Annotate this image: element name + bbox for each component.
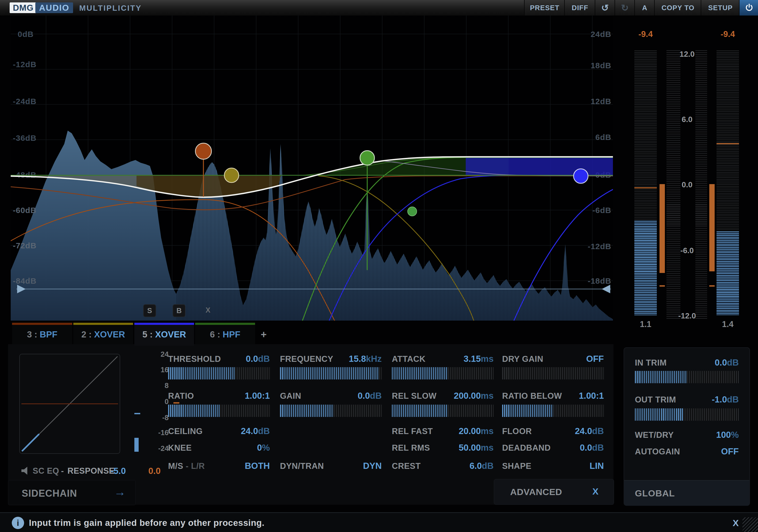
advanced-close-button[interactable]: X xyxy=(494,486,599,497)
sidechain-label: SIDECHAIN xyxy=(22,488,77,499)
wet-dry-value[interactable]: 100% xyxy=(635,430,739,440)
meter-scale-6: 6.0 xyxy=(668,115,706,124)
floor-value[interactable]: 24.0dB xyxy=(502,426,604,436)
redo-icon[interactable]: ↻ xyxy=(614,0,635,16)
band-controls-panel: 24 16 8 0 -8 -16 -24 SC EQ - RESPONSE -5… xyxy=(8,344,613,505)
ratio-below-slider[interactable] xyxy=(502,405,604,417)
audio-logo: AUDIO xyxy=(35,2,73,13)
node-band6-hpf[interactable] xyxy=(360,151,374,165)
crest-value[interactable]: 6.0dB xyxy=(392,461,494,471)
sc-eq-label[interactable]: SC EQ xyxy=(33,466,59,476)
tab-color-stripe xyxy=(73,323,133,325)
copy-to-button[interactable]: COPY TO xyxy=(654,0,701,16)
left-gr-hold-dash xyxy=(660,285,665,286)
tab-color-stripe xyxy=(134,323,194,325)
knee-scale-m16: -16 xyxy=(149,429,169,437)
ms-lr-value[interactable]: BOTH xyxy=(168,461,270,471)
transfer-curve xyxy=(20,354,120,453)
tab-band-3-bpf[interactable]: 3 : BPF xyxy=(12,323,72,344)
knee-value[interactable]: 0% xyxy=(168,443,270,453)
rel-slow-value[interactable]: 200.00ms xyxy=(392,391,494,401)
dry-gain-slider[interactable] xyxy=(502,367,604,380)
status-close-button[interactable]: X xyxy=(733,513,739,532)
add-band-button[interactable]: + xyxy=(256,325,272,344)
tab-band-2-xover[interactable]: 2 : XOVER xyxy=(73,323,133,344)
sidechain-panel[interactable]: SIDECHAIN → xyxy=(8,480,136,505)
right-gain-reduction-bar xyxy=(709,184,715,271)
global-footer[interactable]: GLOBAL xyxy=(624,480,749,506)
sc-eq-dash: - xyxy=(61,466,64,476)
bypass-button[interactable]: B xyxy=(173,304,186,317)
autogain-value[interactable]: OFF xyxy=(635,447,739,456)
gr-marker-dash xyxy=(173,402,179,404)
left-level-meter-fill xyxy=(634,221,657,315)
out-trim-slider[interactable] xyxy=(635,408,739,421)
diff-button[interactable]: DIFF xyxy=(564,0,595,16)
resize-grip[interactable] xyxy=(742,517,758,532)
threshold-value[interactable]: 0.0dB xyxy=(168,354,270,364)
power-button[interactable] xyxy=(739,0,758,16)
setup-button[interactable]: SETUP xyxy=(701,0,740,16)
right-peak-readout[interactable]: -9.4 xyxy=(714,29,742,39)
response-low-value[interactable]: -5.0 xyxy=(96,466,126,476)
gain-value[interactable]: 0.0dB xyxy=(280,391,382,401)
tab-separator: : xyxy=(86,329,94,339)
plugin-window: DMG AUDIO MULTIPLICITY PRESET DIFF ↺ ↻ A… xyxy=(0,0,758,532)
node-band2-xover[interactable] xyxy=(224,168,239,183)
global-panel: IN TRIM 0.0dB OUT TRIM -1.0dB WET/DRY 10… xyxy=(624,348,750,506)
in-trim-slider[interactable] xyxy=(635,371,739,383)
tab-band-5-xover-selected[interactable]: 5 : XOVER xyxy=(134,323,194,346)
node-green-small[interactable] xyxy=(408,207,417,216)
rel-slow-slider[interactable] xyxy=(392,405,494,417)
knee-scale-24: 24 xyxy=(149,350,169,359)
tab-number: 6 xyxy=(210,329,215,339)
knee-scale-16: 16 xyxy=(149,366,169,374)
shape-value[interactable]: LIN xyxy=(502,461,604,471)
tab-band-6-hpf[interactable]: 6 : HPF xyxy=(195,323,255,344)
tab-number: 5 xyxy=(142,329,147,339)
knee-scale-m24: -24 xyxy=(149,445,169,453)
meter-scale-12: 12.0 xyxy=(668,50,706,59)
tab-label: HPF xyxy=(223,329,240,339)
dmg-logo: DMG xyxy=(10,2,37,13)
out-trim-value[interactable]: -1.0dB xyxy=(635,394,739,405)
level-marker-dash xyxy=(134,413,140,414)
ratio-below-value[interactable]: 1.00:1 xyxy=(502,391,604,401)
ratio-value[interactable]: 1.00:1 xyxy=(168,391,270,401)
info-icon: i xyxy=(12,517,24,529)
delete-band-button[interactable]: X xyxy=(202,304,214,316)
rel-fast-value[interactable]: 20.00ms xyxy=(392,426,494,436)
frequency-value[interactable]: 15.8kHz xyxy=(280,354,382,364)
rel-rms-value[interactable]: 50.00ms xyxy=(392,443,494,453)
node-band5-xover[interactable] xyxy=(573,169,588,183)
transfer-curve-display[interactable] xyxy=(19,354,120,454)
tab-label: XOVER xyxy=(155,329,186,339)
dyn-tran-value[interactable]: DYN xyxy=(280,461,382,471)
ab-compare-button[interactable]: A xyxy=(634,0,655,16)
threshold-slider[interactable] xyxy=(168,367,270,380)
node-band3-bpf[interactable] xyxy=(195,143,211,159)
knee-scale-0: 0 xyxy=(149,398,169,406)
gain-slider[interactable] xyxy=(280,405,382,417)
tab-color-stripe xyxy=(195,323,255,325)
dry-gain-value[interactable]: OFF xyxy=(502,354,604,364)
tab-label: XOVER xyxy=(94,329,125,339)
attack-slider[interactable] xyxy=(392,367,494,380)
advanced-panel[interactable]: ADVANCED X xyxy=(494,479,614,505)
left-peak-readout[interactable]: -9.4 xyxy=(632,29,660,39)
ceiling-value[interactable]: 24.0dB xyxy=(168,426,270,436)
speaker-icon[interactable] xyxy=(21,466,30,475)
attack-value[interactable]: 3.15ms xyxy=(392,354,494,364)
response-high-value[interactable]: 0.0 xyxy=(134,466,160,476)
tab-number: 2 xyxy=(81,329,86,339)
preset-button[interactable]: PRESET xyxy=(524,0,565,16)
frequency-slider[interactable] xyxy=(280,367,382,380)
deadband-value[interactable]: 0.0dB xyxy=(502,443,604,453)
solo-button[interactable]: S xyxy=(143,304,156,317)
undo-icon[interactable]: ↺ xyxy=(595,0,615,16)
global-footer-label: GLOBAL xyxy=(635,488,675,499)
in-trim-value[interactable]: 0.0dB xyxy=(635,357,739,368)
response-graph[interactable]: 0dB -12dB -24dB -36dB -48dB -60dB -72dB … xyxy=(11,16,613,320)
left-gain-reduction-bar xyxy=(660,184,665,273)
ratio-slider[interactable] xyxy=(168,405,270,417)
